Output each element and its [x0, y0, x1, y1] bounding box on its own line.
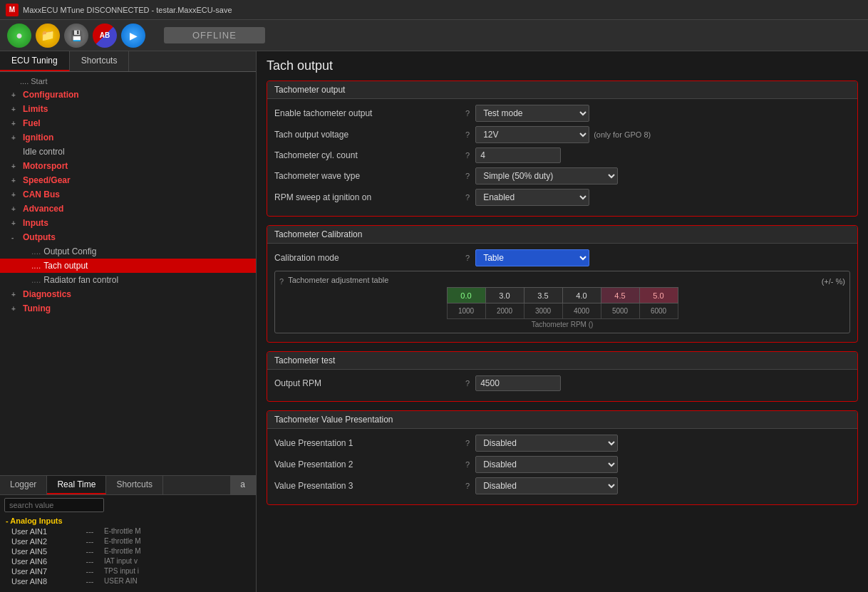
expander-icon: +: [11, 105, 20, 113]
sidebar-tab-bar: ECU Tuning Shortcuts: [0, 51, 256, 72]
expander-icon: +: [11, 91, 20, 99]
sidebar-label: Configuration: [23, 90, 79, 100]
table-cell[interactable]: 4.0: [562, 288, 601, 303]
calibration-mode-select[interactable]: Table Fixed: [475, 249, 589, 266]
output-rpm-input[interactable]: [475, 375, 561, 391]
help-icon[interactable]: ?: [465, 439, 470, 447]
sidebar-item-motorsport[interactable]: + Motorsport: [0, 159, 256, 173]
field-label: Enable tachometer output: [274, 108, 460, 118]
sidebar-label: CAN Bus: [23, 189, 60, 199]
sidebar-item-outputs[interactable]: - Outputs: [0, 230, 256, 244]
value-presentation-1-select[interactable]: Disabled Enabled: [475, 435, 618, 452]
rpm-cell: 4000: [562, 303, 601, 319]
tach-voltage-select[interactable]: 12V 5V: [475, 126, 589, 143]
tab-shortcuts-bottom[interactable]: Shortcuts: [106, 476, 163, 494]
tachometer-value-presentation-section: Tachometer Value Presentation Value Pres…: [267, 410, 858, 505]
sidebar-item-idle-control[interactable]: Idle control: [0, 145, 256, 159]
expander-icon: +: [11, 162, 20, 170]
list-item: User AIN7---TPS input i: [0, 566, 256, 576]
sidebar-item-tuning[interactable]: + Tuning: [0, 301, 256, 316]
help-icon[interactable]: ?: [465, 151, 470, 160]
voltage-note: (only for GPO 8): [594, 130, 651, 139]
table-cell[interactable]: 4.5: [601, 288, 639, 303]
search-input[interactable]: [4, 498, 104, 512]
sidebar-label: Radiator fan control: [43, 275, 118, 285]
cyl-count-input[interactable]: [475, 147, 561, 163]
table-cell[interactable]: 5.0: [639, 288, 678, 303]
sidebar-label: Idle control: [23, 147, 65, 157]
list-item: User AIN2---E-throttle M: [0, 536, 256, 546]
sidebar-item-fuel[interactable]: + Fuel: [0, 116, 256, 130]
app-icon: M: [6, 4, 19, 16]
wave-type-select[interactable]: Simple (50% duty) Advanced: [475, 167, 618, 185]
enable-tach-select[interactable]: Test mode Disabled Enabled: [475, 105, 589, 122]
table-title: Tachometer adjustment table: [288, 276, 388, 284]
field-control: Test mode Disabled Enabled: [475, 105, 589, 122]
sidebar-item-radiator-fan[interactable]: .... Radiator fan control: [0, 273, 256, 287]
field-label: RPM sweep at ignition on: [274, 192, 460, 202]
expander-icon: +: [11, 205, 20, 213]
tab-shortcuts[interactable]: Shortcuts: [70, 51, 130, 71]
page-title: Tach output: [267, 58, 858, 73]
sidebar-item-ignition[interactable]: + Ignition: [0, 130, 256, 145]
bottom-panel: Logger Real Time Shortcuts a - Analog In…: [0, 475, 256, 592]
table-help-icon[interactable]: ?: [279, 277, 284, 286]
window-title: MaxxECU MTune DISCONNECTED - testar.Maxx…: [23, 6, 232, 14]
sidebar-item-limits[interactable]: + Limits: [0, 102, 256, 116]
play-button[interactable]: ▶: [121, 24, 145, 48]
sidebar-item-diagnostics[interactable]: + Diagnostics: [0, 287, 256, 301]
sidebar-label: Motorsport: [23, 161, 68, 171]
list-item: User AIN6---IAT input v: [0, 556, 256, 566]
connection-status: OFFLINE: [164, 27, 265, 43]
help-icon[interactable]: ?: [465, 109, 470, 118]
help-icon[interactable]: ?: [465, 379, 470, 388]
field-wave-type: Tachometer wave type ? Simple (50% duty)…: [274, 167, 850, 185]
field-control: Disabled Enabled: [475, 456, 618, 473]
rpm-axis-label: Tachometer RPM (): [279, 321, 845, 328]
sidebar-label: Fuel: [23, 118, 41, 128]
sidebar-item-tach-output[interactable]: .... Tach output: [0, 259, 256, 273]
sidebar-item-output-config[interactable]: .... Output Config: [0, 244, 256, 259]
value-presentation-3-select[interactable]: Disabled Enabled: [475, 477, 618, 494]
sidebar-item-speed-gear[interactable]: + Speed/Gear: [0, 173, 256, 187]
expander-icon: +: [11, 191, 20, 199]
help-icon[interactable]: ?: [465, 482, 470, 490]
rpm-sweep-select[interactable]: Enabled Disabled: [475, 189, 589, 206]
tachometer-calibration-body: Calibration mode ? Table Fixed ? Tachome…: [267, 244, 857, 342]
table-cell[interactable]: 3.5: [524, 288, 562, 303]
table-cell[interactable]: 3.0: [485, 288, 524, 303]
table-cell[interactable]: 0.0: [447, 288, 485, 303]
save-button[interactable]: 💾: [64, 24, 88, 48]
value-presentation-2-select[interactable]: Disabled Enabled: [475, 456, 618, 473]
help-icon[interactable]: ?: [465, 172, 470, 180]
ab-button[interactable]: AB: [93, 24, 117, 48]
tab-realtime[interactable]: Real Time: [47, 476, 106, 494]
field-control: [475, 375, 561, 391]
open-file-button[interactable]: 📁: [36, 24, 60, 48]
tachometer-output-body: Enable tachometer output ? Test mode Dis…: [267, 99, 857, 216]
tab-a[interactable]: a: [230, 476, 256, 494]
field-value-presentation-2: Value Presentation 2 ? Disabled Enabled: [274, 456, 850, 473]
help-icon[interactable]: ?: [465, 193, 470, 202]
tab-logger[interactable]: Logger: [0, 476, 47, 494]
field-control: [475, 147, 561, 163]
tab-ecu-tuning[interactable]: ECU Tuning: [0, 51, 70, 71]
connect-button[interactable]: ●: [7, 24, 31, 48]
analog-inputs-section: - Analog Inputs User AIN1---E-throttle M…: [0, 515, 256, 586]
sidebar-item-inputs[interactable]: + Inputs: [0, 216, 256, 230]
field-control: Simple (50% duty) Advanced: [475, 167, 618, 185]
help-icon[interactable]: ?: [465, 254, 470, 262]
sidebar-item-configuration[interactable]: + Configuration: [0, 88, 256, 102]
field-label: Value Presentation 1: [274, 438, 460, 448]
content-area: Tach output Tachometer output Enable tac…: [257, 51, 868, 592]
sidebar-label: Output Config: [43, 246, 96, 256]
field-label: Output RPM: [274, 378, 460, 388]
help-icon[interactable]: ?: [465, 460, 470, 469]
sidebar-item-start[interactable]: .... Start: [0, 75, 256, 88]
help-icon[interactable]: ?: [465, 130, 470, 139]
sidebar-item-can-bus[interactable]: + CAN Bus: [0, 187, 256, 202]
field-label: Tach output voltage: [274, 130, 460, 140]
sidebar-item-advanced[interactable]: + Advanced: [0, 202, 256, 216]
percent-label: (+/- %): [822, 277, 845, 286]
rpm-cell: 5000: [601, 303, 639, 319]
